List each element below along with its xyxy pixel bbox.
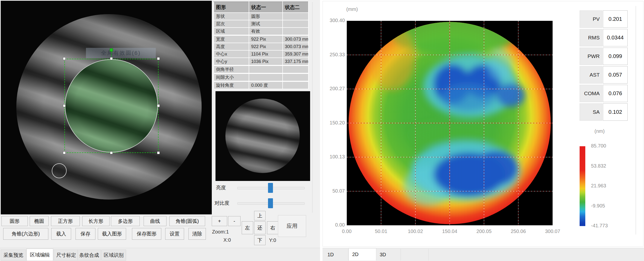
file-button-4[interactable]: 载入图形 (98, 228, 126, 240)
property-name-cell: 层次 (214, 20, 249, 28)
stat-value-sa: 0.102 (603, 103, 628, 121)
stat-label-pwr: PWR (580, 48, 602, 65)
properties-header-cell: 状态一 (249, 2, 282, 13)
shape-button-4[interactable]: 长方形 (82, 216, 110, 226)
small-marker-circle[interactable] (52, 163, 67, 178)
left-tab-5[interactable]: 区域识别 (101, 249, 126, 260)
pan-up-button[interactable]: 上 (254, 211, 266, 220)
left-tab-bar: 采集预览区域编辑尺寸标定条纹合成区域识别 (0, 248, 320, 261)
legend-tick-label: 53.832 (591, 163, 621, 169)
left-tab-1[interactable]: 采集预览 (1, 249, 26, 260)
pan-left-button[interactable]: 左 (242, 221, 253, 234)
file-button-6[interactable]: 设置 (165, 228, 184, 240)
properties-header-cell: 图形 (214, 2, 249, 13)
pan-reset-button[interactable]: 还 (254, 221, 266, 234)
brightness-slider-thumb[interactable] (268, 183, 273, 193)
file-button-5[interactable]: 保存图形 (132, 228, 161, 240)
property-row[interactable]: 旋转角度0.000 度 (214, 81, 308, 89)
property-state2-cell: 337.175 mm (282, 58, 308, 65)
file-button-3[interactable]: 保存 (76, 228, 95, 240)
selection-handle[interactable] (63, 57, 66, 60)
right-panel-divider (636, 6, 636, 234)
property-state1-cell (249, 65, 282, 73)
shape-button-3[interactable]: 正方形 (51, 216, 80, 226)
x-tick-label: 300.07 (542, 228, 564, 234)
left-tab-4[interactable]: 条纹合成 (78, 249, 101, 260)
stat-value-pv: 0.201 (603, 11, 628, 28)
property-state2-cell: 359.307 mm (282, 50, 308, 58)
selection-handle[interactable] (63, 151, 66, 154)
property-state1-cell: 圆形 (249, 13, 282, 20)
stat-label-pv: PV (580, 11, 602, 28)
property-name-cell: 间隙大小 (214, 73, 249, 81)
apply-button[interactable]: 应用 (278, 215, 306, 237)
properties-header-row: 图形状态一状态二 (214, 2, 308, 13)
left-tab-2[interactable]: 区域编辑 (26, 248, 53, 261)
view-tab-2D[interactable]: 2D (348, 248, 376, 260)
property-state2-cell (282, 13, 308, 20)
zoom-in-button[interactable]: + (212, 216, 227, 226)
y-tick-label: 150.20 (324, 120, 345, 126)
property-row[interactable]: 宽度922 Pix300.073 mm (214, 35, 308, 43)
legend-unit: (nm) (594, 128, 604, 134)
x-tick-label: 50.01 (370, 228, 392, 234)
selection-handle[interactable] (110, 151, 113, 154)
brightness-label: 亮度 (216, 184, 226, 191)
zoom-out-button[interactable]: - (228, 216, 240, 226)
view-tab-empty-3[interactable] (401, 249, 428, 260)
selection-label: 全局有效圆(6) (86, 48, 156, 58)
file-button-7[interactable]: 清除 (188, 228, 206, 240)
property-row[interactable]: 形状圆形 (214, 13, 308, 20)
file-button-2[interactable]: 载入 (51, 228, 71, 240)
property-state1-cell: 有效 (249, 28, 282, 35)
selection-handle[interactable] (63, 104, 66, 107)
selection-bounding-box[interactable] (64, 59, 158, 153)
property-row[interactable]: 层次测试 (214, 20, 308, 28)
pan-right-button[interactable]: 右 (267, 221, 278, 234)
property-row[interactable]: 高度922 Pix300.073 mm (214, 43, 308, 50)
stat-label-sa: SA (580, 103, 602, 121)
rotation-handle-knob[interactable] (110, 48, 113, 52)
panel-divider (312, 2, 312, 213)
shape-button-1[interactable]: 圆形 (2, 216, 28, 226)
shape-button-2[interactable]: 椭圆 (30, 216, 48, 226)
property-row[interactable]: 中心x1104 Pix359.307 mm (214, 50, 308, 58)
x-tick-label: 150.04 (439, 228, 461, 234)
app-root: 全局有效圆(6) 图形状态一状态二 形状圆形层次测试区域有效宽度922 Pix3… (0, 0, 644, 261)
contrast-slider-thumb[interactable] (268, 198, 273, 208)
interferogram-preview (216, 91, 310, 181)
stat-value-rms: 0.0344 (603, 29, 628, 46)
file-button-1[interactable]: 角锥(六边形) (3, 228, 48, 240)
property-row[interactable]: 区域有效 (214, 28, 308, 35)
property-state1-cell: 1104 Pix (249, 50, 282, 58)
pan-down-button[interactable]: 下 (254, 235, 266, 245)
selection-handle[interactable] (157, 151, 160, 154)
shape-button-7[interactable]: 角锥(圆弧) (170, 216, 205, 226)
zoom-level-text: Zoom:1 (212, 229, 229, 235)
selection-handle[interactable] (157, 104, 160, 107)
selection-handle[interactable] (157, 57, 160, 60)
selection-handle[interactable] (110, 57, 113, 60)
view-tab-1D[interactable]: 1D (324, 249, 348, 260)
x-tick-label: 250.06 (507, 228, 530, 234)
property-name-cell: 高度 (214, 43, 249, 50)
property-name-cell: 旋转角度 (214, 81, 249, 89)
property-name-cell: 宽度 (214, 35, 249, 43)
property-row[interactable]: 中心y1036 Pix337.175 mm (214, 58, 308, 65)
y-axis-unit: (mm) (346, 7, 358, 12)
shape-button-6[interactable]: 曲线 (144, 216, 166, 226)
shape-button-5[interactable]: 多边形 (111, 216, 140, 226)
view-tab-3D[interactable]: 3D (376, 249, 401, 260)
left-application-panel: 全局有效圆(6) 图形状态一状态二 形状圆形层次测试区域有效宽度922 Pix3… (0, 0, 320, 261)
stat-value-coma: 0.076 (603, 85, 628, 102)
property-state2-cell: 300.073 mm (282, 35, 308, 43)
interferogram-canvas[interactable]: 全局有效圆(6) (1, 1, 212, 214)
legend-tick-label: 21.963 (591, 183, 621, 189)
y-tick-label: 200.27 (324, 86, 345, 91)
property-state1-cell: 922 Pix (249, 35, 282, 43)
left-tab-3[interactable]: 尺寸标定 (54, 249, 78, 260)
property-state2-cell: 300.073 mm (282, 43, 308, 50)
property-row[interactable]: 倒角半径 (214, 65, 308, 73)
property-row[interactable]: 间隙大小 (214, 73, 308, 81)
preview-vignette (226, 99, 300, 173)
